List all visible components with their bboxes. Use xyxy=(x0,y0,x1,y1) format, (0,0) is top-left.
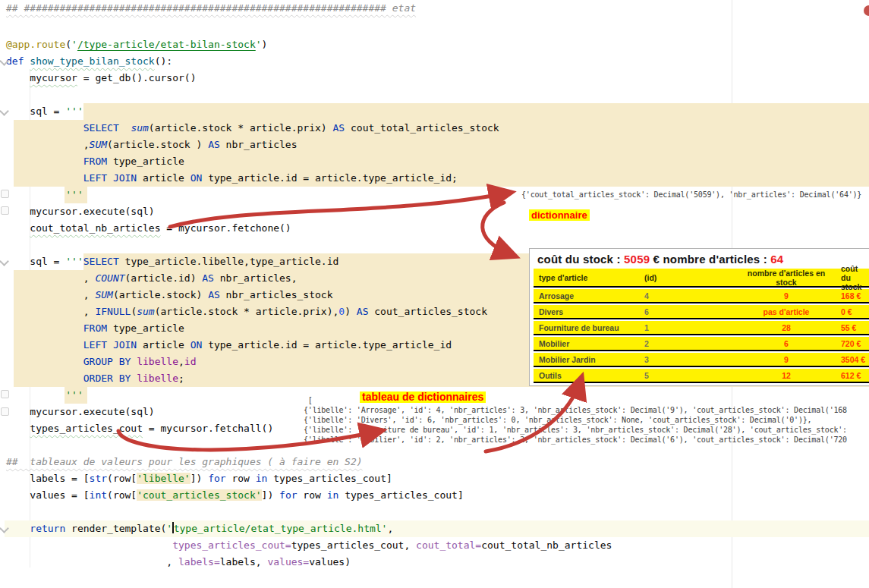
code-line[interactable]: ''' xyxy=(6,187,83,203)
code-line[interactable]: labels = [str(row['libelle']) for row in… xyxy=(6,470,392,487)
table-cell: Mobilier Jardin xyxy=(534,355,638,364)
table-cell: Outils xyxy=(534,371,638,380)
code-line[interactable]: @app.route('/type-article/etat-bilan-sto… xyxy=(6,36,267,53)
code-line[interactable]: types_articles_cout = mycursor.fetchall(… xyxy=(6,420,273,437)
total-cost-value: 5059 xyxy=(624,253,650,266)
code-line[interactable]: , COUNT(article.id) AS nbr_articles, xyxy=(6,270,298,287)
sql-fragment-icon[interactable] xyxy=(1,206,9,215)
table-cell: 9 xyxy=(738,355,834,364)
table-row: Arrosage49168 € xyxy=(534,289,869,303)
table-cell: 720 € xyxy=(834,339,869,348)
table-cell: 3504 € xyxy=(834,355,869,364)
table-row: Outils512612 € xyxy=(534,369,869,383)
table-cell: 168 € xyxy=(834,291,869,300)
sql-fragment-icon[interactable] xyxy=(1,190,9,198)
code-line[interactable]: LEFT JOIN article ON type_article.id = a… xyxy=(6,337,452,354)
column-header: (id) xyxy=(638,273,738,282)
code-line[interactable]: mycursor.execute(sql) xyxy=(6,404,155,420)
dictionnaire-label: dictionnaire xyxy=(529,209,590,221)
code-line[interactable]: ORDER BY libelle; xyxy=(6,370,184,387)
column-header: type d'article xyxy=(534,273,638,282)
tableau-dictionnaires-label: tableau de dictionnaires xyxy=(360,391,486,403)
code-line[interactable]: FROM type_article xyxy=(6,320,184,337)
column-header: nombre d'articles en stock xyxy=(738,269,834,287)
table-cell: Fourniture de bureau xyxy=(534,323,638,332)
code-line[interactable]: def show_type_bilan_stock(): xyxy=(6,53,172,70)
error-stripe-marker[interactable] xyxy=(864,5,869,16)
table-row: Mobilier26720 € xyxy=(534,337,869,351)
stock-table: coût du stock : 5059 € nombre d'articles… xyxy=(529,248,869,386)
code-line[interactable]: GROUP BY libelle,id xyxy=(6,354,196,370)
code-line[interactable]: sql = '''SELECT type_article.libelle,typ… xyxy=(6,253,338,270)
code-line[interactable]: ## #####################################… xyxy=(6,0,416,17)
code-line[interactable]: mycursor.execute(sql) xyxy=(6,203,155,220)
code-line[interactable]: types_articles_cout=types_articles_cout,… xyxy=(6,537,612,554)
table-cell: 2 xyxy=(638,339,738,348)
fetchone-result-text: {'cout_total_articles_stock': Decimal('5… xyxy=(521,190,861,200)
table-cell: 3 xyxy=(638,355,738,364)
table-cell: 28 xyxy=(738,323,834,332)
code-line[interactable]: SELECT sum(article.stock * article.prix)… xyxy=(6,120,499,137)
code-line[interactable]: ''' xyxy=(6,387,83,404)
stock-table-title: coût du stock : 5059 € nombre d'articles… xyxy=(534,249,869,269)
code-line[interactable]: values = [int(row['cout_articles_stock']… xyxy=(6,487,464,504)
table-cell: pas d'article xyxy=(738,307,834,316)
code-line[interactable]: sql = ''' xyxy=(6,103,83,120)
table-cell: 5 xyxy=(638,371,738,380)
arrow-dict-to-table xyxy=(483,203,510,254)
code-line[interactable]: cout_total_nb_articles = mycursor.fetcho… xyxy=(6,220,291,237)
table-cell: 6 xyxy=(738,339,834,348)
table-cell: 9 xyxy=(738,291,834,300)
sql-fragment-icon[interactable] xyxy=(1,390,9,398)
code-line[interactable]: return render_template('type_article/eta… xyxy=(6,520,393,537)
code-line[interactable]: LEFT JOIN article ON type_article.id = a… xyxy=(6,170,458,187)
code-line[interactable]: mycursor = get_db().cursor() xyxy=(6,70,196,86)
table-row: Divers6pas d'article0 € xyxy=(534,305,869,319)
table-cell: 55 € xyxy=(834,323,869,332)
table-cell: 612 € xyxy=(834,371,869,380)
table-cell: 12 xyxy=(738,371,834,380)
table-cell: Arrosage xyxy=(534,291,638,300)
code-line[interactable]: ## tableaux de valeurs pour les graphiqu… xyxy=(6,454,363,470)
code-editor[interactable]: ## #####################################… xyxy=(0,0,869,588)
column-header: coût du stock xyxy=(834,264,869,291)
stock-table-header-row: type d'article(id)nombre d'articles en s… xyxy=(534,269,869,288)
table-cell: Divers xyxy=(534,307,638,316)
table-row: Fourniture de bureau12855 € xyxy=(534,321,869,335)
code-line[interactable]: ,SUM(article.stock ) AS nbr_articles xyxy=(6,137,298,153)
table-row: Mobilier Jardin393504 € xyxy=(534,353,869,367)
table-cell: 4 xyxy=(638,291,738,300)
sql-injection-highlight xyxy=(83,103,869,120)
code-line[interactable]: FROM type_article xyxy=(6,153,184,170)
table-cell: Mobilier xyxy=(534,339,638,348)
table-cell: 6 xyxy=(638,307,738,316)
table-cell: 1 xyxy=(638,323,738,332)
total-articles-value: 64 xyxy=(770,253,783,266)
table-cell: 0 € xyxy=(834,307,869,316)
code-line[interactable]: , labels=labels, values=values) xyxy=(6,554,351,571)
sql-fragment-icon[interactable] xyxy=(1,407,9,416)
code-line[interactable]: , IFNULL(sum(article.stock * article.pri… xyxy=(6,303,487,320)
code-line[interactable]: , SUM(article.stock) AS nbr_articles_sto… xyxy=(6,287,333,303)
